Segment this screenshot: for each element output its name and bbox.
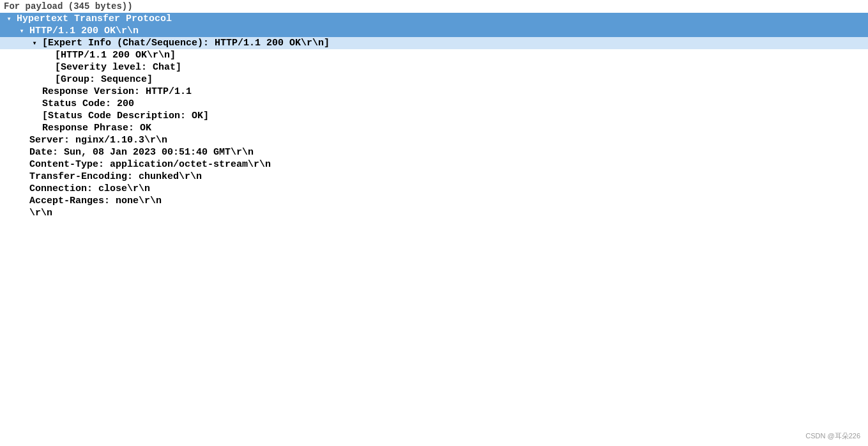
tree-line[interactable]: [Severity level: Chat]: [0, 61, 868, 73]
tree-line[interactable]: [Status Code Description: OK]: [0, 110, 868, 122]
tree-line[interactable]: ▾[Expert Info (Chat/Sequence): HTTP/1.1 …: [0, 37, 868, 49]
tree-line-text: Status Code: 200: [42, 98, 134, 109]
tree-line[interactable]: \r\n: [0, 207, 868, 219]
tree-line-text: [Severity level: Chat]: [55, 62, 181, 73]
tree-line-text: Accept-Ranges: none\r\n: [29, 196, 162, 206]
tree-line[interactable]: [Group: Sequence]: [0, 73, 868, 86]
tree-line-text: Connection: close\r\n: [29, 183, 150, 194]
tree-line-text: HTTP/1.1 200 OK\r\n: [29, 26, 139, 36]
watermark: CSDN @耳朵226: [805, 431, 860, 441]
indent-spacer: [0, 135, 17, 146]
indent-spacer: [0, 196, 17, 206]
tree-toggle[interactable]: ▾: [4, 14, 14, 24]
indent-spacer: [0, 38, 29, 49]
indent-spacer: [0, 86, 29, 97]
tree-line[interactable]: Accept-Ranges: none\r\n: [0, 195, 868, 207]
tree-line-text: [Status Code Description: OK]: [42, 111, 209, 121]
tree-line[interactable]: Date: Sun, 08 Jan 2023 00:51:40 GMT\r\n: [0, 146, 868, 158]
tree-line-text: Response Phrase: OK: [42, 123, 151, 134]
tree-container: ▾Hypertext Transfer Protocol ▾HTTP/1.1 2…: [0, 13, 868, 219]
tree-line[interactable]: Connection: close\r\n: [0, 183, 868, 195]
tree-line-text: [HTTP/1.1 200 OK\r\n]: [55, 50, 176, 61]
tree-line[interactable]: ▾HTTP/1.1 200 OK\r\n: [0, 25, 868, 37]
indent-spacer: [0, 147, 17, 158]
indent-spacer: [0, 26, 17, 36]
tree-line-text: [Group: Sequence]: [55, 74, 153, 85]
indent-spacer: [0, 171, 17, 182]
indent-spacer: [0, 111, 29, 121]
indent-spacer: [0, 183, 17, 194]
tree-line[interactable]: Status Code: 200: [0, 98, 868, 110]
tree-line[interactable]: Server: nginx/1.10.3\r\n: [0, 134, 868, 146]
tree-line[interactable]: Transfer-Encoding: chunked\r\n: [0, 171, 868, 183]
tree-line-text: Server: nginx/1.10.3\r\n: [29, 135, 167, 146]
tree-line[interactable]: Content-Type: application/octet-stream\r…: [0, 158, 868, 171]
tree-toggle[interactable]: ▾: [17, 26, 27, 36]
indent-spacer: [0, 74, 42, 85]
tree-line[interactable]: Response Phrase: OK: [0, 122, 868, 134]
tree-line-text: [Expert Info (Chat/Sequence): HTTP/1.1 2…: [42, 38, 330, 49]
tree-line[interactable]: [HTTP/1.1 200 OK\r\n]: [0, 49, 868, 61]
tree-toggle[interactable]: ▾: [29, 38, 40, 48]
packet-detail-panel[interactable]: For payload (345 bytes)) ▾Hypertext Tran…: [0, 0, 868, 446]
tree-line[interactable]: Response Version: HTTP/1.1: [0, 86, 868, 98]
indent-spacer: [0, 159, 17, 170]
tree-line-text: Hypertext Transfer Protocol: [17, 13, 172, 24]
tree-line-text: Content-Type: application/octet-stream\r…: [29, 159, 271, 170]
top-partial-text: For payload (345 bytes)): [4, 1, 133, 12]
top-partial-line: For payload (345 bytes)): [0, 0, 868, 13]
indent-spacer: [0, 98, 29, 109]
indent-spacer: [0, 208, 17, 219]
tree-line-text: Transfer-Encoding: chunked\r\n: [29, 171, 202, 182]
tree-line-text: Response Version: HTTP/1.1: [42, 86, 192, 97]
tree-line-text: \r\n: [29, 208, 52, 219]
indent-spacer: [0, 62, 42, 73]
tree-line-text: Date: Sun, 08 Jan 2023 00:51:40 GMT\r\n: [29, 147, 254, 158]
indent-spacer: [0, 123, 29, 134]
tree-line[interactable]: ▾Hypertext Transfer Protocol: [0, 13, 868, 25]
indent-spacer: [0, 50, 42, 61]
